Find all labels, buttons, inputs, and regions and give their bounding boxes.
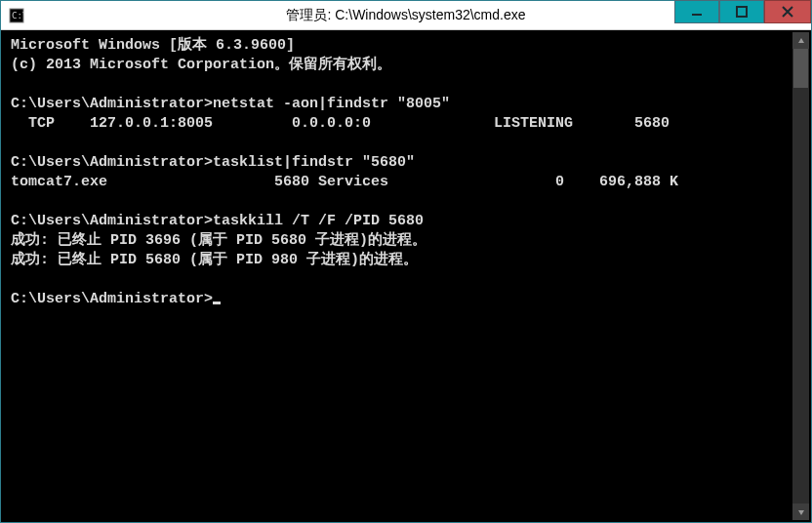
vertical-scrollbar[interactable]	[792, 32, 809, 520]
line: 成功: 已终止 PID 3696 (属于 PID 5680 子进程)的进程。	[11, 232, 426, 249]
scroll-thumb[interactable]	[793, 49, 808, 88]
maximize-icon	[736, 6, 748, 18]
minimize-icon	[691, 6, 703, 18]
line: 成功: 已终止 PID 5680 (属于 PID 980 子进程)的进程。	[11, 252, 418, 268]
scroll-down-button[interactable]	[792, 503, 809, 520]
close-button[interactable]	[764, 0, 811, 23]
cmd-icon[interactable]: C:\	[7, 6, 26, 25]
svg-rect-2	[692, 14, 702, 16]
line: Microsoft Windows [版本 6.3.9600]	[11, 37, 295, 54]
titlebar[interactable]: C:\ 管理员: C:\Windows\system32\cmd.exe	[1, 1, 811, 30]
window-controls	[674, 1, 811, 29]
terminal-output[interactable]: Microsoft Windows [版本 6.3.9600] (c) 2013…	[11, 36, 790, 518]
close-icon	[782, 6, 793, 18]
line: C:\Users\Administrator>tasklist|findstr …	[11, 154, 415, 171]
chevron-down-icon	[797, 508, 805, 516]
line: C:\Users\Administrator>netstat -aon|find…	[11, 96, 450, 112]
svg-text:C:\: C:\	[12, 11, 24, 20]
line: (c) 2013 Microsoft Corporation。保留所有权利。	[11, 57, 391, 73]
svg-rect-3	[737, 7, 747, 17]
line: C:\Users\Administrator>taskkill /T /F /P…	[11, 213, 424, 229]
line: tomcat7.exe 5680 Services 0 696,888 K	[11, 174, 678, 190]
scroll-up-button[interactable]	[792, 32, 809, 49]
line: TCP 127.0.0.1:8005 0.0.0.0:0 LISTENING 5…	[11, 115, 670, 132]
scroll-track[interactable]	[792, 49, 809, 503]
maximize-button[interactable]	[719, 0, 764, 23]
cmd-window: C:\ 管理员: C:\Windows\system32\cmd.exe Mic…	[0, 0, 812, 523]
chevron-up-icon	[797, 37, 805, 45]
client-area: Microsoft Windows [版本 6.3.9600] (c) 2013…	[1, 30, 811, 522]
prompt: C:\Users\Administrator>	[11, 291, 213, 307]
minimize-button[interactable]	[674, 0, 719, 23]
cursor	[213, 302, 221, 304]
